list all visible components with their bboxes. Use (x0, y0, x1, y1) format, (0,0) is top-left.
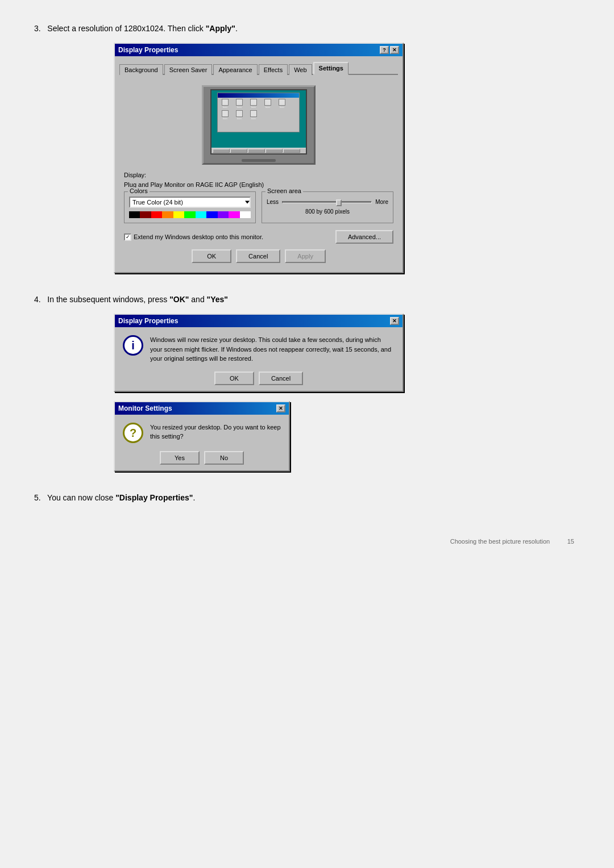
dialog2-close-button[interactable]: ✕ (390, 317, 399, 325)
ok-button[interactable]: OK (192, 249, 231, 263)
footer-text: Choosing the best picture resolution (450, 538, 550, 545)
fake-titlebar (218, 93, 299, 98)
color-segment (129, 211, 140, 218)
less-label: Less (267, 199, 279, 205)
dialog2-title: Display Properties (118, 317, 178, 325)
dialog3-body: ? You resized your desktop. Do you want … (115, 415, 289, 448)
tab-appearance[interactable]: Appearance (213, 64, 257, 75)
fake-icon-7: Icon (233, 110, 246, 120)
dialog3-yes-button[interactable]: Yes (160, 451, 200, 465)
color-segment (206, 211, 217, 218)
taskbar-item-4 (283, 149, 300, 153)
apply-button[interactable]: Apply (285, 249, 326, 263)
tab-background[interactable]: Background (119, 64, 163, 75)
dialog3-title: Monitor Settings (118, 404, 172, 412)
fake-window: Icon Icon Icon (217, 93, 300, 132)
color-segment (184, 211, 195, 218)
tab-effects[interactable]: Effects (259, 64, 288, 75)
step-4-text: 4. In the subsequent windows, press "OK"… (34, 294, 580, 306)
colors-select[interactable]: True Color (24 bit) (129, 197, 251, 208)
step-5-text: 5. You can now close "Display Properties… (34, 492, 580, 504)
display-label: Display: (124, 170, 393, 180)
question-icon: ? (123, 423, 143, 443)
color-segment (162, 211, 173, 218)
dialog3-close-button[interactable]: ✕ (276, 404, 285, 412)
dialog2-cancel-button[interactable]: Cancel (259, 372, 303, 385)
display-properties-dialog: Display Properties ? ✕ Background Screen… (114, 43, 404, 273)
controls-row: Colors True Color (24 bit) Screen area L… (119, 191, 398, 228)
dialog2-ok-button[interactable]: OK (214, 372, 254, 385)
fake-icon-5: Icon (276, 99, 288, 108)
dialog2-titlebar: Display Properties ✕ (115, 315, 403, 327)
fake-icon-6: Icon (219, 110, 231, 120)
color-segment (229, 211, 239, 218)
monitor-preview: Icon Icon Icon (119, 80, 398, 168)
cancel-button[interactable]: Cancel (236, 249, 280, 263)
dialog3-titlebar-btns: ✕ (276, 404, 285, 412)
monitor-screen: Icon Icon Icon (210, 89, 307, 155)
extend-checkbox[interactable]: ✓ (124, 233, 131, 241)
dialog3-message: You resized your desktop. Do you want to… (150, 423, 281, 441)
advanced-button[interactable]: Advanced... (335, 230, 393, 244)
monitor-base (242, 159, 276, 162)
colors-label: Colors (128, 187, 150, 194)
colors-group: Colors True Color (24 bit) (124, 191, 256, 223)
step-5: 5. You can now close "Display Properties… (34, 492, 580, 504)
step-3: 3. Select a resolution of 1280x1024. The… (34, 23, 580, 273)
colors-select-wrapper: True Color (24 bit) (129, 194, 251, 210)
step-3-text: 3. Select a resolution of 1280x1024. The… (34, 23, 580, 35)
info-icon: i (123, 335, 143, 356)
monitor-stand (253, 155, 264, 159)
help-button[interactable]: ? (380, 46, 389, 54)
fake-icons: Icon Icon Icon (218, 98, 299, 121)
monitor-outer: Icon Icon Icon (202, 85, 316, 165)
dialog-titlebar: Display Properties ? ✕ (115, 44, 403, 56)
extend-label: Extend my Windows desktop onto this moni… (134, 233, 263, 240)
monitor-settings-dialog: Monitor Settings ✕ ? You resized your de… (114, 401, 290, 471)
tab-settings[interactable]: Settings (313, 62, 349, 75)
slider-thumb[interactable] (336, 199, 342, 206)
color-segment (151, 211, 162, 218)
screen-inner: Icon Icon Icon (211, 90, 306, 153)
color-segment (218, 211, 229, 218)
titlebar-buttons: ? ✕ (380, 46, 399, 54)
dialog2-body: i Windows will now resize your desktop. … (115, 327, 403, 368)
dialog-title: Display Properties (118, 46, 178, 54)
color-segment (173, 211, 184, 218)
screen-area-slider: Less More (267, 199, 388, 205)
color-segment (140, 211, 151, 218)
more-label: More (375, 199, 388, 205)
screen-area-group: Screen area Less More 800 by 600 pixels (262, 191, 393, 223)
fake-icon-8: Icon (247, 110, 260, 120)
fake-icon-3: Icon (247, 99, 260, 108)
color-segment (240, 211, 251, 218)
screen-area-label: Screen area (265, 187, 303, 194)
close-button[interactable]: ✕ (390, 46, 399, 54)
display-properties-dialog-2: Display Properties ✕ i Windows will now … (114, 314, 404, 392)
slider-track[interactable] (282, 201, 372, 203)
dialog-content: Background Screen Saver Appearance Effec… (115, 56, 403, 272)
color-bar (129, 211, 251, 218)
fake-icon-1: Icon (219, 99, 231, 108)
dialog2-buttons: OK Cancel (115, 368, 403, 391)
checkbox-row: ✓ Extend my Windows desktop onto this mo… (119, 228, 398, 246)
taskbar-item (230, 149, 247, 153)
display-value: Plug and Play Monitor on RAGE IIC AGP (E… (124, 180, 393, 190)
page-footer: Choosing the best picture resolution 15 (34, 538, 580, 545)
step-4: 4. In the subsequent windows, press "OK"… (34, 294, 580, 471)
tab-bar: Background Screen Saver Appearance Effec… (119, 61, 398, 75)
footer-page: 15 (567, 538, 574, 545)
color-segment (196, 211, 206, 218)
tab-web[interactable]: Web (289, 64, 312, 75)
display-info: Display: Plug and Play Monitor on RAGE I… (119, 168, 398, 191)
fake-icon-4: Icon (262, 99, 274, 108)
tab-screensaver[interactable]: Screen Saver (164, 64, 213, 75)
dialog2-titlebar-btns: ✕ (390, 317, 399, 325)
dialog2-message: Windows will now resize your desktop. Th… (150, 335, 395, 364)
fake-icon-2: Icon (233, 99, 246, 108)
taskbar-item-2 (248, 149, 265, 153)
dialog3-no-button[interactable]: No (204, 451, 244, 465)
start-btn (213, 149, 230, 153)
fake-taskbar (211, 148, 306, 153)
pixels-label: 800 by 600 pixels (267, 208, 388, 215)
